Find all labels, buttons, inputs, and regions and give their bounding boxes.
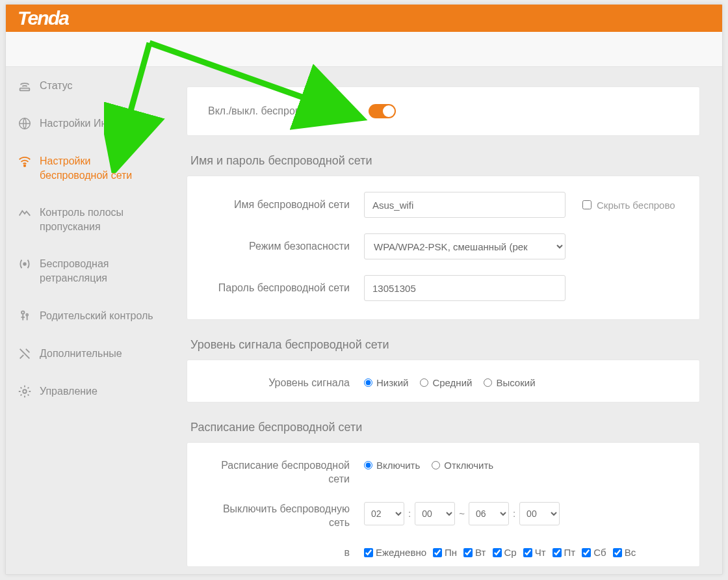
wireless-enable-panel: Вкл./выкл. беспроводную сеть	[187, 86, 700, 136]
sidebar-item-bandwidth[interactable]: Контроль полосы пропускания	[6, 194, 171, 245]
security-mode-label: Режим безопасности	[208, 239, 364, 254]
svg-point-4	[21, 311, 24, 313]
days-prefix: в	[208, 546, 364, 560]
signal-radio-medium[interactable]: Средний	[420, 377, 472, 388]
sidebar-item-repeater[interactable]: Беспроводная ретрансляция	[6, 245, 171, 297]
svg-rect-0	[20, 88, 30, 91]
sidebar-item-wireless[interactable]: Настройки беспроводной сети	[6, 142, 171, 194]
sidebar-item-label: Беспроводная ретрансляция	[40, 257, 159, 285]
svg-point-6	[23, 389, 27, 393]
bandwidth-icon	[18, 205, 32, 220]
ssid-label: Имя беспроводной сети	[208, 198, 364, 212]
day-mon[interactable]: Пн	[433, 547, 457, 558]
sidebar-item-label: Настройки Интернета	[40, 118, 144, 129]
app-frame: Tenda Статус Настройки Интернета Нас	[5, 4, 723, 575]
days-row: Ежедневно Пн Вт Ср Чт Пт Сб Вс	[364, 547, 679, 558]
section-title-ssid: Имя и пароль беспроводной сети	[190, 154, 722, 168]
signal-panel: Уровень сигнала Низкий Средний Высокий	[187, 360, 700, 402]
hide-ssid-checkbox[interactable]	[582, 200, 592, 209]
gear-icon	[18, 384, 32, 399]
sidebar-item-label: Дополнительные	[40, 348, 122, 360]
time-range-sep: ~	[459, 508, 465, 519]
day-daily[interactable]: Ежедневно	[364, 547, 426, 558]
secondary-bar	[6, 32, 722, 67]
signal-label: Уровень сигнала	[208, 376, 364, 390]
password-label: Пароль беспроводной сети	[208, 281, 364, 295]
sidebar-item-parental[interactable]: Родительский контроль	[6, 297, 171, 335]
svg-point-2	[24, 165, 25, 166]
disable-time-label: Выключить беспроводную сеть	[208, 502, 364, 530]
day-thu[interactable]: Чт	[523, 547, 546, 558]
section-title-signal: Уровень сигнала беспроводной сети	[190, 338, 722, 352]
sidebar-item-advanced[interactable]: Дополнительные	[6, 335, 171, 373]
hide-ssid-label: Скрыть беспрово	[597, 200, 675, 211]
security-mode-select[interactable]: WPA/WPA2-PSK, смешанный (рек	[364, 233, 566, 259]
sidebar-item-label: Статус	[40, 80, 73, 92]
main-panel: Вкл./выкл. беспроводную сеть Имя и парол…	[171, 67, 722, 574]
time-colon-1: :	[408, 508, 411, 519]
status-icon	[18, 79, 32, 93]
ssid-input[interactable]	[364, 192, 566, 218]
wireless-enable-label: Вкл./выкл. беспроводную сеть	[208, 105, 354, 117]
content-area: Статус Настройки Интернета Настройки бес…	[6, 67, 722, 574]
day-tue[interactable]: Вт	[463, 547, 486, 558]
wifi-icon	[18, 154, 32, 168]
parental-icon	[18, 309, 32, 323]
sidebar-item-internet[interactable]: Настройки Интернета	[6, 105, 171, 142]
globe-icon	[18, 116, 32, 131]
time-to-minute[interactable]: 00	[519, 502, 560, 525]
repeater-icon	[18, 257, 32, 271]
time-to-hour[interactable]: 06	[469, 502, 509, 525]
schedule-panel: Расписание беспроводной сети Включить От…	[187, 442, 700, 567]
schedule-radio-group: Включить Отключить	[364, 458, 679, 471]
sidebar: Статус Настройки Интернета Настройки бес…	[6, 67, 171, 574]
signal-radio-high[interactable]: Высокий	[484, 377, 535, 388]
wireless-enable-toggle[interactable]	[369, 104, 396, 118]
schedule-radio-off[interactable]: Отключить	[432, 460, 493, 471]
signal-radio-group: Низкий Средний Высокий	[364, 377, 679, 388]
svg-point-5	[26, 313, 28, 315]
hide-ssid-option[interactable]: Скрыть беспрово	[582, 200, 675, 211]
sidebar-item-label: Управление	[40, 386, 98, 397]
password-input[interactable]	[364, 275, 566, 301]
top-bar: Tenda	[6, 5, 722, 32]
ssid-panel: Имя беспроводной сети Скрыть беспрово Ре…	[187, 176, 700, 320]
day-sat[interactable]: Сб	[582, 547, 606, 558]
sidebar-item-label: Настройки беспроводной сети	[40, 154, 159, 182]
day-wed[interactable]: Ср	[493, 547, 517, 558]
schedule-label: Расписание беспроводной сети	[208, 458, 364, 486]
sidebar-item-label: Родительский контроль	[40, 309, 153, 323]
time-from-hour[interactable]: 02	[364, 502, 404, 525]
svg-point-3	[23, 263, 26, 266]
time-colon-2: :	[513, 508, 515, 519]
sidebar-item-status[interactable]: Статус	[6, 67, 171, 105]
time-from-minute[interactable]: 00	[415, 502, 455, 525]
section-title-schedule: Расписание беспроводной сети	[190, 421, 722, 434]
brand-logo: Tenda	[18, 7, 68, 29]
tools-icon	[18, 347, 32, 361]
signal-radio-low[interactable]: Низкий	[364, 377, 408, 388]
sidebar-item-label: Контроль полосы пропускания	[40, 205, 159, 233]
day-sun[interactable]: Вс	[613, 547, 636, 558]
day-fri[interactable]: Пт	[552, 547, 576, 558]
sidebar-item-management[interactable]: Управление	[6, 373, 171, 410]
schedule-radio-on[interactable]: Включить	[364, 460, 420, 471]
